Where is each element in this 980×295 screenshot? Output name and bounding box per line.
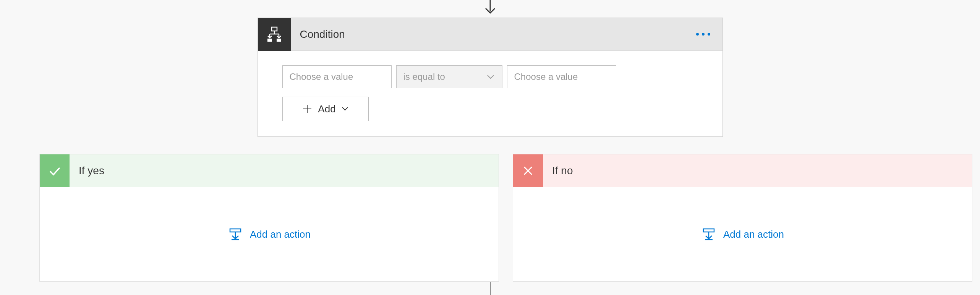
chevron-down-icon (486, 72, 495, 81)
condition-body: is equal to Add (258, 51, 722, 136)
chevron-down-icon (341, 105, 349, 113)
if-yes-body: Add an action (40, 187, 499, 281)
if-no-branch: If no Add an action (513, 154, 972, 282)
add-condition-button[interactable]: Add (282, 97, 369, 121)
right-value-input[interactable] (507, 65, 616, 88)
add-action-no-button[interactable]: Add an action (701, 227, 784, 242)
flow-arrow-in (482, 0, 499, 18)
svg-rect-15 (703, 229, 714, 232)
check-icon (40, 154, 70, 187)
svg-rect-1 (272, 27, 277, 31)
add-action-no-label: Add an action (723, 229, 784, 240)
condition-expression-row: is equal to (282, 65, 698, 88)
add-action-yes-label: Add an action (250, 229, 311, 240)
add-action-icon (701, 227, 716, 242)
if-no-header: If no (513, 154, 972, 187)
if-yes-header: If yes (40, 154, 499, 187)
ellipsis-icon (702, 33, 705, 36)
condition-title: Condition (291, 28, 684, 41)
add-action-icon (228, 227, 243, 242)
if-no-title: If no (543, 165, 573, 177)
condition-header[interactable]: Condition (258, 18, 722, 51)
operator-label: is equal to (403, 71, 445, 82)
ellipsis-icon (708, 33, 710, 36)
close-icon (513, 154, 543, 187)
condition-icon (258, 18, 291, 51)
operator-dropdown[interactable]: is equal to (396, 65, 502, 88)
condition-branches: If yes Add an action (39, 154, 972, 282)
if-no-body: Add an action (513, 187, 972, 281)
flow-connector-out (490, 282, 491, 295)
if-yes-branch: If yes Add an action (39, 154, 499, 282)
ellipsis-icon (696, 33, 699, 36)
svg-rect-10 (230, 229, 241, 232)
plus-icon (302, 104, 313, 114)
more-menu-button[interactable] (684, 33, 722, 36)
if-yes-title: If yes (70, 165, 104, 177)
svg-rect-6 (267, 39, 272, 42)
condition-card: Condition is equal to (258, 18, 723, 137)
svg-rect-7 (277, 39, 281, 42)
add-action-yes-button[interactable]: Add an action (228, 227, 311, 242)
left-value-input[interactable] (282, 65, 392, 88)
add-condition-label: Add (318, 103, 335, 115)
